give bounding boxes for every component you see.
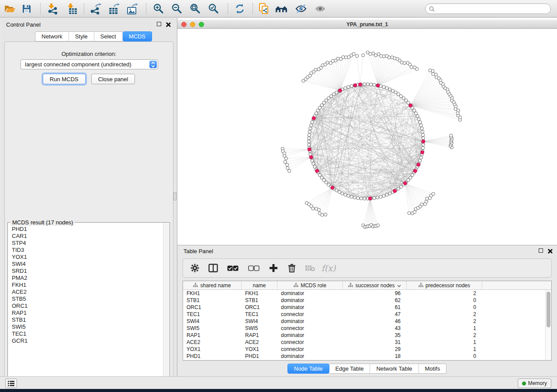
table-cell[interactable]: ORC1 <box>183 304 242 310</box>
mcds-result-item[interactable]: TID3 <box>12 247 163 254</box>
table-cell[interactable]: dominator <box>277 290 343 296</box>
mcds-result-item[interactable]: SRD1 <box>12 268 163 275</box>
mcds-result-item[interactable]: ACE2 <box>12 289 163 296</box>
close-table-panel-icon[interactable] <box>547 248 553 254</box>
table-row[interactable]: ACE2ACE2connector311 <box>183 339 545 346</box>
import-table-icon[interactable] <box>65 2 80 16</box>
add-column-icon[interactable] <box>268 262 279 274</box>
export-image-icon[interactable] <box>125 2 140 16</box>
search-input[interactable] <box>437 6 550 12</box>
table-cell[interactable]: 2 <box>407 318 482 324</box>
table-body[interactable]: FKH1FKH1dominator962STB1STB1dominator620… <box>183 290 545 360</box>
mcds-result-item[interactable]: ORC1 <box>12 303 163 309</box>
table-cell[interactable]: FKH1 <box>242 290 277 296</box>
zoom-out-icon[interactable] <box>170 2 184 16</box>
refresh-view-icon[interactable] <box>232 2 247 16</box>
float-table-panel-icon[interactable] <box>539 248 544 254</box>
table-cell[interactable]: 35 <box>343 332 407 338</box>
column-header-successor-nodes[interactable]: successor nodes <box>343 281 407 290</box>
tab-motifs[interactable]: Motifs <box>419 364 447 374</box>
show-all-icon[interactable] <box>313 2 328 16</box>
table-scrollbar-thumb[interactable] <box>547 292 550 327</box>
export-table-icon[interactable] <box>107 2 121 16</box>
column-header-name[interactable]: name <box>242 281 277 290</box>
mcds-result-item[interactable]: GCR1 <box>12 337 163 344</box>
mcds-result-scrollbar[interactable] <box>163 223 169 383</box>
table-cell[interactable]: dominator <box>277 318 343 324</box>
network-canvas[interactable] <box>177 29 557 245</box>
tab-select[interactable]: Select <box>94 31 123 41</box>
table-cell[interactable]: 2 <box>407 290 482 296</box>
mcds-result-item[interactable]: STP4 <box>12 240 163 247</box>
mcds-result-item[interactable]: RAP1 <box>12 309 163 316</box>
run-mcds-button[interactable]: Run MCDS <box>43 74 86 84</box>
mcds-result-item[interactable]: STB5 <box>12 296 163 303</box>
table-cell[interactable]: 61 <box>343 304 407 310</box>
table-cell[interactable]: 29 <box>343 346 407 352</box>
table-cell[interactable]: 2 <box>407 311 482 317</box>
table-cell[interactable]: 2 <box>407 332 482 338</box>
vertical-splitter-handle[interactable] <box>173 193 176 200</box>
hide-selected-icon[interactable] <box>294 2 308 16</box>
table-cell[interactable]: dominator <box>277 353 343 359</box>
table-cell[interactable]: connector <box>277 325 343 331</box>
mcds-result-item[interactable]: SWI4 <box>12 261 163 268</box>
task-history-button[interactable] <box>5 378 17 388</box>
table-cell[interactable]: YOX1 <box>242 346 277 352</box>
table-cell[interactable]: FKH1 <box>183 290 242 296</box>
optimization-criterion-select[interactable]: largest connected component (undirected) <box>21 59 158 69</box>
import-network-icon[interactable] <box>45 2 60 16</box>
select-all-icon[interactable] <box>226 262 240 274</box>
delete-column-icon[interactable] <box>286 262 298 274</box>
table-cell[interactable]: YOX1 <box>183 346 242 352</box>
table-cell[interactable]: TEC1 <box>183 311 242 317</box>
mcds-result-item[interactable]: PMA2 <box>12 275 163 282</box>
table-cell[interactable]: 0 <box>407 297 482 303</box>
memory-button[interactable]: Memory <box>518 378 551 388</box>
table-cell[interactable]: SWI5 <box>183 325 242 331</box>
mcds-result-item[interactable]: STB1 <box>12 316 163 323</box>
table-row[interactable]: TEC1TEC1connector472 <box>183 311 545 318</box>
table-cell[interactable]: TEC1 <box>242 311 277 317</box>
table-cell[interactable]: STB1 <box>242 297 277 303</box>
table-cell[interactable]: dominator <box>277 304 343 310</box>
table-cell[interactable]: SWI4 <box>242 318 277 324</box>
table-row[interactable]: ORC1ORC1dominator610 <box>183 304 545 311</box>
table-settings-icon[interactable] <box>189 262 201 274</box>
tab-network-table[interactable]: Network Table <box>370 364 419 374</box>
tab-edge-table[interactable]: Edge Table <box>329 364 370 374</box>
table-scrollbar[interactable] <box>545 290 551 360</box>
column-layout-icon[interactable] <box>208 262 219 274</box>
table-row[interactable]: RAP1RAP1dominator352 <box>183 332 545 339</box>
table-cell[interactable]: RAP1 <box>242 332 277 338</box>
open-file-icon[interactable] <box>3 2 17 16</box>
tab-mcds[interactable]: MCDS <box>123 31 152 41</box>
table-cell[interactable]: 43 <box>343 325 407 331</box>
table-row[interactable]: YOX1YOX1connector291 <box>183 346 545 353</box>
export-network-icon[interactable] <box>88 2 103 16</box>
table-cell[interactable]: 46 <box>343 318 407 324</box>
table-cell[interactable]: 18 <box>343 353 407 359</box>
mcds-result-item[interactable]: YOX1 <box>12 254 163 261</box>
close-panel-button[interactable]: Close panel <box>91 74 135 84</box>
table-cell[interactable]: 1 <box>407 339 482 345</box>
table-cell[interactable]: ACE2 <box>242 339 277 345</box>
table-cell[interactable]: PHD1 <box>242 353 277 359</box>
table-cell[interactable]: 31 <box>343 339 407 345</box>
table-cell[interactable]: 1 <box>407 346 482 352</box>
table-cell[interactable]: 0 <box>407 353 482 359</box>
table-cell[interactable]: 47 <box>343 311 407 317</box>
table-row[interactable]: FKH1FKH1dominator962 <box>183 290 545 297</box>
zoom-selected-icon[interactable] <box>206 2 221 16</box>
tab-network[interactable]: Network <box>35 31 69 41</box>
node-table[interactable]: shared namenameMCDS rolesuccessor nodesp… <box>183 281 552 361</box>
mcds-result-item[interactable]: SWI5 <box>12 323 163 330</box>
clone-network-icon[interactable] <box>257 2 272 16</box>
table-row[interactable]: PHD1PHD1dominator180 <box>183 353 545 360</box>
table-cell[interactable]: SWI5 <box>242 325 277 331</box>
table-cell[interactable]: 96 <box>343 290 407 296</box>
table-row[interactable]: STB1STB1dominator620 <box>183 297 545 304</box>
save-session-icon[interactable] <box>19 2 34 16</box>
table-cell[interactable]: ORC1 <box>242 304 277 310</box>
mcds-result-item[interactable]: PHD1 <box>12 226 163 233</box>
